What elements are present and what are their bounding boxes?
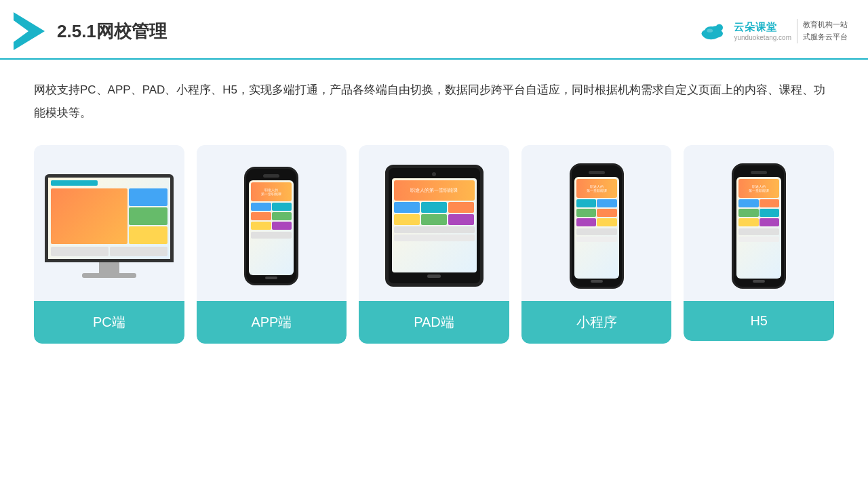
- card-app-image: 职途人的第一堂职能课: [197, 145, 347, 301]
- phone-notch: [263, 174, 279, 178]
- card-label-h5: H5: [684, 301, 834, 341]
- card-app: 职途人的第一堂职能课: [197, 145, 347, 344]
- tablet-mockup: 职途人的第一堂职能课: [385, 165, 484, 287]
- card-pad-image: 职途人的第一堂职能课: [359, 145, 509, 301]
- pc-screen: [45, 174, 174, 262]
- phone-screen-h5: 职途人的第一堂职能课: [736, 177, 781, 279]
- phone-home-h5: [753, 280, 765, 283]
- card-pc: PC端: [34, 145, 184, 344]
- cards-row: PC端 职途人的第一堂职能课: [34, 145, 834, 344]
- card-pc-image: [34, 145, 184, 301]
- pc-mockup: [45, 174, 174, 278]
- card-label-pc: PC端: [34, 301, 184, 344]
- pc-stand: [99, 262, 119, 273]
- phone-notch-mini: [589, 171, 605, 174]
- brand-slogan: 教育机构一站 式服务云平台: [797, 19, 848, 43]
- phone-screen-app: 职途人的第一堂职能课: [249, 180, 294, 275]
- phone-mockup-h5: 职途人的第一堂职能课: [732, 163, 786, 289]
- brand-name: 云朵课堂: [734, 21, 777, 34]
- card-miniprogram: 职途人的第一堂职能课: [521, 145, 672, 344]
- brand-cloud-icon: [698, 22, 728, 41]
- tablet-camera: [432, 172, 436, 176]
- svg-point-8: [707, 29, 713, 33]
- header: 2.5.1网校管理 云朵课堂 yunduoketang.com 教育机构一站 式…: [0, 0, 868, 60]
- phone-mockup-miniprogram: 职途人的第一堂职能课: [570, 163, 624, 289]
- header-right: 云朵课堂 yunduoketang.com 教育机构一站 式服务云平台: [698, 19, 848, 43]
- card-h5: 职途人的第一堂职能课: [684, 145, 834, 341]
- phone-home: [265, 277, 277, 279]
- brand-info: 云朵课堂 yunduoketang.com: [734, 21, 791, 41]
- card-label-app: APP端: [197, 301, 347, 344]
- card-pad: 职途人的第一堂职能课: [359, 145, 509, 344]
- logo-icon: [14, 12, 47, 50]
- phone-notch-h5: [751, 171, 767, 174]
- tablet-home: [427, 274, 441, 278]
- card-miniprogram-image: 职途人的第一堂职能课: [521, 145, 672, 301]
- page-title: 2.5.1网校管理: [57, 20, 167, 43]
- description-text: 网校支持PC、APP、PAD、小程序、H5，实现多端打通，产品各终端自由切换，数…: [34, 79, 834, 125]
- pc-base: [82, 273, 136, 278]
- brand-url: yunduoketang.com: [734, 34, 791, 41]
- content-area: 网校支持PC、APP、PAD、小程序、H5，实现多端打通，产品各终端自由切换，数…: [0, 60, 868, 357]
- phone-mockup-app: 职途人的第一堂职能课: [244, 167, 298, 285]
- svg-point-7: [716, 24, 724, 32]
- tablet-screen: 职途人的第一堂职能课: [392, 178, 477, 272]
- phone-screen-mini: 职途人的第一堂职能课: [574, 177, 619, 279]
- header-left: 2.5.1网校管理: [14, 12, 167, 50]
- card-label-pad: PAD端: [359, 301, 509, 344]
- card-label-miniprogram: 小程序: [521, 301, 672, 344]
- card-h5-image: 职途人的第一堂职能课: [684, 145, 834, 301]
- phone-home-mini: [591, 280, 603, 283]
